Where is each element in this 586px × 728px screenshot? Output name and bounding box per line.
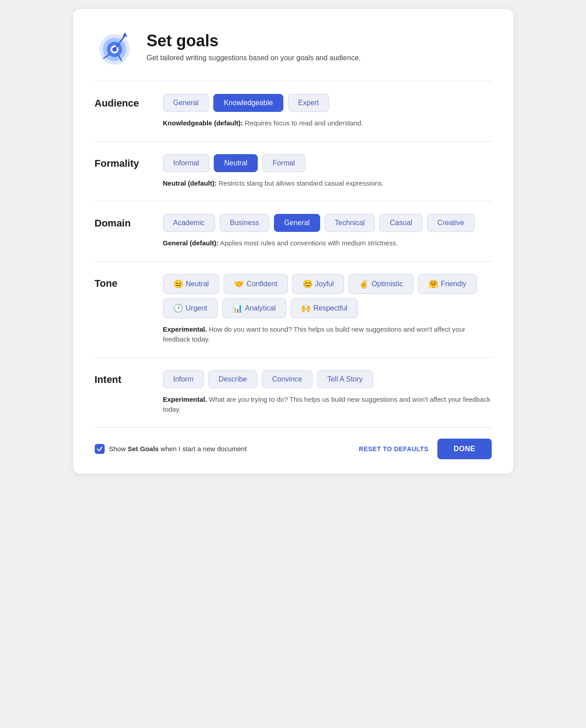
tone-urgent-button[interactable]: 🕐 Urgent xyxy=(163,298,218,318)
tone-respectful-button[interactable]: 🙌 Respectful xyxy=(291,298,358,318)
page-title: Set goals xyxy=(147,31,361,50)
formality-desc-bold: Neutral (default): xyxy=(163,179,217,187)
friendly-emoji: 🤗 xyxy=(428,279,438,289)
header-text: Set goals Get tailored writing suggestio… xyxy=(147,31,361,62)
audience-expert-button[interactable]: Expert xyxy=(288,94,329,112)
formality-btn-group: Informal Neutral Formal xyxy=(163,154,492,172)
formality-desc-text: Restricts slang but allows standard casu… xyxy=(217,179,384,187)
audience-desc-bold: Knowledgeable (default): xyxy=(163,119,243,127)
domain-desc-text: Applies most rules and conventions with … xyxy=(219,239,398,247)
intent-btn-group: Inform Describe Convince Tell A Story xyxy=(163,370,492,388)
footer-label-prefix: Show xyxy=(109,445,128,453)
audience-general-button[interactable]: General xyxy=(163,94,209,112)
domain-academic-button[interactable]: Academic xyxy=(163,214,215,232)
set-goals-card: Set goals Get tailored writing suggestio… xyxy=(73,9,513,474)
domain-description: General (default): Applies most rules an… xyxy=(163,238,492,249)
intent-desc-bold: Experimental. xyxy=(163,395,207,403)
audience-description: Knowledgeable (default): Requires focus … xyxy=(163,118,492,129)
intent-label: Intent xyxy=(95,370,149,386)
domain-desc-bold: General (default): xyxy=(163,239,219,247)
footer-checkbox-label: Show Set Goals when I start a new docume… xyxy=(109,445,247,453)
domain-content: Academic Business General Technical Casu… xyxy=(163,214,492,249)
domain-business-button[interactable]: Business xyxy=(220,214,269,232)
footer-right: RESET TO DEFAULTS DONE xyxy=(359,439,491,459)
footer-label-bold: Set Goals xyxy=(128,445,159,453)
audience-divider xyxy=(95,141,492,142)
reset-to-defaults-button[interactable]: RESET TO DEFAULTS xyxy=(359,445,428,453)
domain-casual-button[interactable]: Casual xyxy=(379,214,423,232)
domain-creative-button[interactable]: Creative xyxy=(427,214,475,232)
intent-describe-button[interactable]: Describe xyxy=(208,370,257,388)
audience-btn-group: General Knowledgeable Expert xyxy=(163,94,492,112)
tone-neutral-button[interactable]: 😐 Neutral xyxy=(163,274,220,294)
tone-friendly-button[interactable]: 🤗 Friendly xyxy=(418,274,477,294)
intent-convince-button[interactable]: Convince xyxy=(262,370,313,388)
audience-knowledgeable-button[interactable]: Knowledgeable xyxy=(213,94,283,112)
joyful-emoji: 😊 xyxy=(303,279,313,289)
checkmark-icon xyxy=(97,446,103,452)
neutral-emoji: 😐 xyxy=(173,279,183,289)
formality-label: Formality xyxy=(95,154,149,169)
tone-section: Tone 😐 Neutral 🤝 Confident 😊 Joyful ✌️ O… xyxy=(95,274,492,345)
footer-left: Show Set Goals when I start a new docume… xyxy=(95,444,247,454)
tone-optimistic-button[interactable]: ✌️ Optimistic xyxy=(348,274,413,294)
intent-description: Experimental. What are you trying to do?… xyxy=(163,395,492,415)
intent-content: Inform Describe Convince Tell A Story Ex… xyxy=(163,370,492,415)
tone-analytical-button[interactable]: 📊 Analytical xyxy=(222,298,286,318)
domain-btn-group: Academic Business General Technical Casu… xyxy=(163,214,492,232)
header: Set goals Get tailored writing suggestio… xyxy=(95,27,492,67)
optimistic-emoji: ✌️ xyxy=(359,279,369,289)
svg-marker-6 xyxy=(123,32,127,37)
formality-section: Formality Informal Neutral Formal Neutra… xyxy=(95,154,492,189)
formality-divider xyxy=(95,201,492,201)
confident-emoji: 🤝 xyxy=(234,279,244,289)
tone-label: Tone xyxy=(95,274,149,289)
tone-btn-group: 😐 Neutral 🤝 Confident 😊 Joyful ✌️ Optimi… xyxy=(163,274,492,318)
formality-neutral-button[interactable]: Neutral xyxy=(214,154,258,172)
header-divider xyxy=(95,81,492,81)
tone-joyful-button[interactable]: 😊 Joyful xyxy=(292,274,344,294)
formality-content: Informal Neutral Formal Neutral (default… xyxy=(163,154,492,189)
tone-desc-bold: Experimental. xyxy=(163,325,207,333)
domain-technical-button[interactable]: Technical xyxy=(325,214,375,232)
intent-inform-button[interactable]: Inform xyxy=(163,370,204,388)
tone-confident-button[interactable]: 🤝 Confident xyxy=(224,274,288,294)
formality-informal-button[interactable]: Informal xyxy=(163,154,210,172)
tone-description: Experimental. How do you want to sound? … xyxy=(163,324,492,345)
intent-tell-a-story-button[interactable]: Tell A Story xyxy=(317,370,373,388)
intent-desc-text: What are you trying to do? This helps us… xyxy=(163,395,490,413)
formality-formal-button[interactable]: Formal xyxy=(262,154,305,172)
audience-desc-text: Requires focus to read and understand. xyxy=(243,119,363,127)
domain-section: Domain Academic Business General Technic… xyxy=(95,214,492,249)
tone-divider xyxy=(95,357,492,358)
domain-general-button[interactable]: General xyxy=(274,214,320,232)
audience-label: Audience xyxy=(95,94,149,109)
domain-divider xyxy=(95,261,492,262)
domain-label: Domain xyxy=(95,214,149,229)
footer: Show Set Goals when I start a new docume… xyxy=(95,427,492,459)
respectful-emoji: 🙌 xyxy=(301,303,311,313)
footer-label-suffix: when I start a new document xyxy=(159,445,247,453)
audience-section: Audience General Knowledgeable Expert Kn… xyxy=(95,94,492,129)
page-subtitle: Get tailored writing suggestions based o… xyxy=(147,54,361,62)
formality-description: Neutral (default): Restricts slang but a… xyxy=(163,178,492,189)
analytical-emoji: 📊 xyxy=(233,303,242,313)
tone-content: 😐 Neutral 🤝 Confident 😊 Joyful ✌️ Optimi… xyxy=(163,274,492,345)
done-button[interactable]: DONE xyxy=(437,439,491,459)
urgent-emoji: 🕐 xyxy=(173,303,183,313)
target-icon xyxy=(95,27,134,67)
audience-content: General Knowledgeable Expert Knowledgeab… xyxy=(163,94,492,129)
show-goals-checkbox[interactable] xyxy=(95,444,105,454)
intent-section: Intent Inform Describe Convince Tell A S… xyxy=(95,370,492,415)
tone-desc-text: How do you want to sound? This helps us … xyxy=(163,325,466,343)
